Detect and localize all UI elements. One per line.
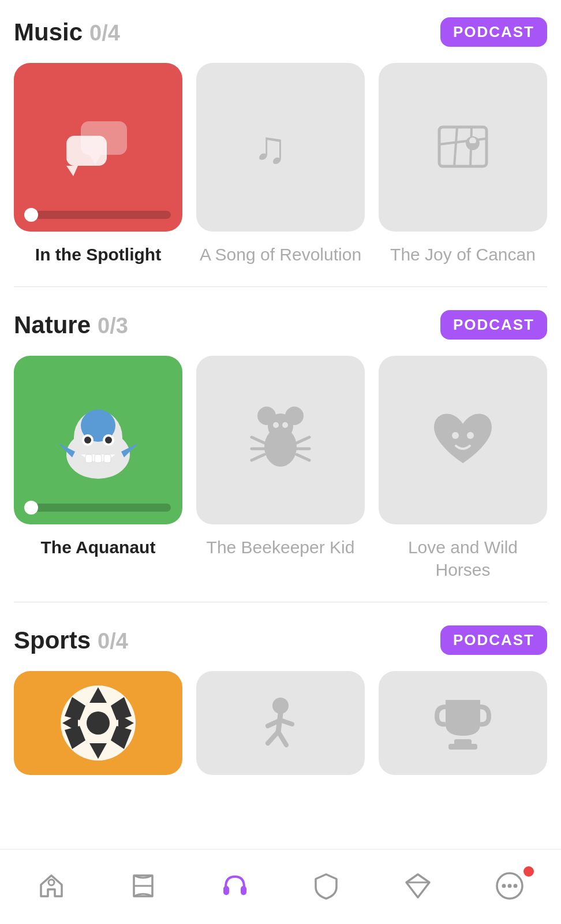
music-icon: ♫ xyxy=(249,116,312,179)
music-section-header: Music 0/4 PODCAST xyxy=(14,17,547,47)
svg-line-35 xyxy=(297,454,309,460)
progress-dot xyxy=(24,208,38,222)
sports-section-header: Sports 0/4 PODCAST xyxy=(14,625,547,655)
svg-point-23 xyxy=(105,437,112,444)
svg-point-65 xyxy=(513,884,517,888)
card-label-the-joy-of-cancan: The Joy of Cancan xyxy=(390,243,536,266)
nature-cards-grid: The Aquanaut xyxy=(14,356,547,581)
heart-icon xyxy=(428,405,498,475)
svg-text:♫: ♫ xyxy=(253,122,287,173)
card-image-sports-1 xyxy=(14,671,182,775)
card-image-sports-2 xyxy=(196,671,365,775)
card-image-in-the-spotlight xyxy=(14,63,182,232)
sports-count: 0/4 xyxy=(98,629,128,654)
svg-point-29 xyxy=(282,422,288,428)
card-label-in-the-spotlight: In the Spotlight xyxy=(35,243,161,266)
svg-line-7 xyxy=(454,127,457,166)
nature-section: Nature 0/3 PODCAST xyxy=(14,310,547,581)
svg-point-21 xyxy=(84,437,91,444)
sports-title: Sports xyxy=(14,627,91,654)
card-a-song-of-revolution[interactable]: ♫ A Song of Revolution xyxy=(196,63,365,266)
card-the-joy-of-cancan[interactable]: The Joy of Cancan xyxy=(379,63,547,266)
svg-rect-59 xyxy=(241,886,246,895)
music-podcast-badge[interactable]: PODCAST xyxy=(440,17,547,47)
bottom-nav xyxy=(0,849,561,924)
card-love-and-wild-horses[interactable]: Love and Wild Horses xyxy=(379,356,547,581)
svg-line-53 xyxy=(280,720,292,724)
home-icon xyxy=(36,871,66,903)
card-sports-1[interactable] xyxy=(14,671,182,787)
svg-rect-17 xyxy=(85,454,92,463)
card-label-the-beekeeper-kid: The Beekeeper Kid xyxy=(207,536,355,558)
music-section: Music 0/4 PODCAST xyxy=(14,17,547,266)
book-icon xyxy=(128,871,158,903)
headphones-icon xyxy=(220,871,250,903)
trophy-icon xyxy=(434,694,492,752)
svg-rect-2 xyxy=(66,136,107,166)
sports-podcast-badge[interactable]: PODCAST xyxy=(440,625,547,655)
soccer-icon xyxy=(52,677,144,769)
sports-cards-grid xyxy=(14,671,547,787)
chat-icon xyxy=(61,116,136,179)
svg-marker-60 xyxy=(406,874,429,897)
divider-music-nature xyxy=(14,286,547,287)
card-the-beekeeper-kid[interactable]: The Beekeeper Kid xyxy=(196,356,365,581)
progress-bar-in-the-spotlight xyxy=(25,211,171,219)
shield-icon xyxy=(311,871,341,903)
card-image-love-and-wild-horses xyxy=(379,356,547,524)
svg-point-63 xyxy=(502,884,506,888)
notification-dot xyxy=(523,866,534,877)
music-cards-grid: In the Spotlight ♫ A Song of Revolution xyxy=(14,63,547,266)
nature-count: 0/3 xyxy=(98,314,128,338)
card-sports-3[interactable] xyxy=(379,671,547,787)
more-dots-icon xyxy=(495,871,525,903)
map-icon xyxy=(431,116,495,179)
progress-dot-aquanaut xyxy=(24,501,38,515)
card-image-the-joy-of-cancan xyxy=(379,63,547,232)
card-sports-2[interactable] xyxy=(196,671,365,787)
main-content: Music 0/4 PODCAST xyxy=(0,0,561,888)
svg-point-27 xyxy=(285,407,304,425)
nature-section-header: Nature 0/3 PODCAST xyxy=(14,310,547,340)
card-in-the-spotlight[interactable]: In the Spotlight xyxy=(14,63,182,266)
svg-rect-18 xyxy=(95,454,102,463)
nav-gems[interactable] xyxy=(389,864,447,910)
nav-more[interactable] xyxy=(481,864,538,910)
svg-line-51 xyxy=(278,732,286,745)
card-label-a-song-of-revolution: A Song of Revolution xyxy=(200,243,361,266)
card-image-the-aquanaut xyxy=(14,356,182,524)
nature-podcast-badge[interactable]: PODCAST xyxy=(440,310,547,340)
card-image-the-beekeeper-kid xyxy=(196,356,365,524)
svg-rect-58 xyxy=(223,886,229,895)
music-count: 0/4 xyxy=(89,21,120,46)
nav-listen[interactable] xyxy=(206,864,264,910)
svg-point-37 xyxy=(467,432,474,439)
nav-shield[interactable] xyxy=(297,864,355,910)
nav-learn[interactable] xyxy=(114,864,172,910)
svg-rect-19 xyxy=(104,454,111,463)
sports-section: Sports 0/4 PODCAST xyxy=(14,625,547,787)
music-title-wrap: Music 0/4 xyxy=(14,18,120,46)
runner-icon xyxy=(252,694,309,752)
svg-line-33 xyxy=(297,437,309,443)
card-label-love-and-wild-horses: Love and Wild Horses xyxy=(379,536,547,581)
divider-nature-sports xyxy=(14,602,547,602)
svg-point-36 xyxy=(452,432,459,439)
music-title: Music xyxy=(14,18,83,46)
progress-bar-aquanaut xyxy=(25,504,171,512)
card-label-the-aquanaut: The Aquanaut xyxy=(41,536,156,558)
nature-title-wrap: Nature 0/3 xyxy=(14,311,128,339)
nav-home[interactable] xyxy=(23,864,80,910)
card-the-aquanaut[interactable]: The Aquanaut xyxy=(14,356,182,581)
svg-point-56 xyxy=(48,880,54,885)
svg-rect-55 xyxy=(448,744,477,750)
svg-point-28 xyxy=(273,422,279,428)
svg-point-64 xyxy=(507,884,511,888)
svg-line-32 xyxy=(252,454,264,460)
card-image-a-song-of-revolution: ♫ xyxy=(196,63,365,232)
svg-line-30 xyxy=(252,437,264,443)
svg-point-26 xyxy=(257,407,276,425)
bug-icon xyxy=(246,405,315,475)
gem-icon xyxy=(403,871,433,903)
svg-marker-3 xyxy=(66,166,78,176)
